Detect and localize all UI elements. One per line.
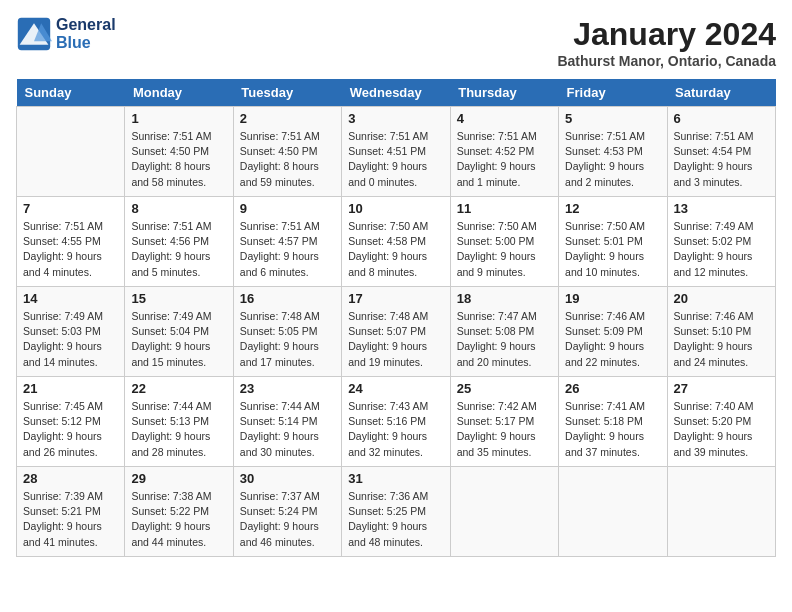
- cell-content: Sunrise: 7:47 AM Sunset: 5:08 PM Dayligh…: [457, 309, 552, 370]
- calendar-cell: 16Sunrise: 7:48 AM Sunset: 5:05 PM Dayli…: [233, 287, 341, 377]
- page-header: General Blue January 2024 Bathurst Manor…: [16, 16, 776, 69]
- calendar-cell: 27Sunrise: 7:40 AM Sunset: 5:20 PM Dayli…: [667, 377, 775, 467]
- calendar-cell: 3Sunrise: 7:51 AM Sunset: 4:51 PM Daylig…: [342, 107, 450, 197]
- calendar-cell: 7Sunrise: 7:51 AM Sunset: 4:55 PM Daylig…: [17, 197, 125, 287]
- location: Bathurst Manor, Ontario, Canada: [557, 53, 776, 69]
- cell-content: Sunrise: 7:45 AM Sunset: 5:12 PM Dayligh…: [23, 399, 118, 460]
- cell-content: Sunrise: 7:51 AM Sunset: 4:50 PM Dayligh…: [131, 129, 226, 190]
- calendar-table: SundayMondayTuesdayWednesdayThursdayFrid…: [16, 79, 776, 557]
- day-number: 1: [131, 111, 226, 126]
- cell-content: Sunrise: 7:51 AM Sunset: 4:57 PM Dayligh…: [240, 219, 335, 280]
- day-number: 12: [565, 201, 660, 216]
- day-number: 22: [131, 381, 226, 396]
- calendar-header-row: SundayMondayTuesdayWednesdayThursdayFrid…: [17, 79, 776, 107]
- day-number: 31: [348, 471, 443, 486]
- day-number: 18: [457, 291, 552, 306]
- cell-content: Sunrise: 7:51 AM Sunset: 4:50 PM Dayligh…: [240, 129, 335, 190]
- day-number: 15: [131, 291, 226, 306]
- calendar-cell: 6Sunrise: 7:51 AM Sunset: 4:54 PM Daylig…: [667, 107, 775, 197]
- cell-content: Sunrise: 7:42 AM Sunset: 5:17 PM Dayligh…: [457, 399, 552, 460]
- calendar-cell: [450, 467, 558, 557]
- day-number: 23: [240, 381, 335, 396]
- calendar-cell: 4Sunrise: 7:51 AM Sunset: 4:52 PM Daylig…: [450, 107, 558, 197]
- calendar-cell: 5Sunrise: 7:51 AM Sunset: 4:53 PM Daylig…: [559, 107, 667, 197]
- header-thursday: Thursday: [450, 79, 558, 107]
- calendar-cell: 29Sunrise: 7:38 AM Sunset: 5:22 PM Dayli…: [125, 467, 233, 557]
- day-number: 7: [23, 201, 118, 216]
- cell-content: Sunrise: 7:38 AM Sunset: 5:22 PM Dayligh…: [131, 489, 226, 550]
- calendar-cell: 28Sunrise: 7:39 AM Sunset: 5:21 PM Dayli…: [17, 467, 125, 557]
- day-number: 4: [457, 111, 552, 126]
- calendar-cell: 25Sunrise: 7:42 AM Sunset: 5:17 PM Dayli…: [450, 377, 558, 467]
- day-number: 9: [240, 201, 335, 216]
- day-number: 27: [674, 381, 769, 396]
- day-number: 14: [23, 291, 118, 306]
- cell-content: Sunrise: 7:43 AM Sunset: 5:16 PM Dayligh…: [348, 399, 443, 460]
- cell-content: Sunrise: 7:44 AM Sunset: 5:14 PM Dayligh…: [240, 399, 335, 460]
- cell-content: Sunrise: 7:51 AM Sunset: 4:55 PM Dayligh…: [23, 219, 118, 280]
- calendar-cell: 21Sunrise: 7:45 AM Sunset: 5:12 PM Dayli…: [17, 377, 125, 467]
- calendar-cell: 14Sunrise: 7:49 AM Sunset: 5:03 PM Dayli…: [17, 287, 125, 377]
- day-number: 25: [457, 381, 552, 396]
- day-number: 11: [457, 201, 552, 216]
- cell-content: Sunrise: 7:51 AM Sunset: 4:53 PM Dayligh…: [565, 129, 660, 190]
- calendar-cell: 22Sunrise: 7:44 AM Sunset: 5:13 PM Dayli…: [125, 377, 233, 467]
- cell-content: Sunrise: 7:48 AM Sunset: 5:07 PM Dayligh…: [348, 309, 443, 370]
- cell-content: Sunrise: 7:36 AM Sunset: 5:25 PM Dayligh…: [348, 489, 443, 550]
- day-number: 30: [240, 471, 335, 486]
- calendar-cell: 10Sunrise: 7:50 AM Sunset: 4:58 PM Dayli…: [342, 197, 450, 287]
- day-number: 8: [131, 201, 226, 216]
- day-number: 5: [565, 111, 660, 126]
- logo-icon: [16, 16, 52, 52]
- cell-content: Sunrise: 7:46 AM Sunset: 5:10 PM Dayligh…: [674, 309, 769, 370]
- calendar-cell: 31Sunrise: 7:36 AM Sunset: 5:25 PM Dayli…: [342, 467, 450, 557]
- calendar-cell: 8Sunrise: 7:51 AM Sunset: 4:56 PM Daylig…: [125, 197, 233, 287]
- day-number: 3: [348, 111, 443, 126]
- logo: General Blue: [16, 16, 116, 52]
- day-number: 2: [240, 111, 335, 126]
- calendar-week-row: 14Sunrise: 7:49 AM Sunset: 5:03 PM Dayli…: [17, 287, 776, 377]
- calendar-cell: 23Sunrise: 7:44 AM Sunset: 5:14 PM Dayli…: [233, 377, 341, 467]
- cell-content: Sunrise: 7:49 AM Sunset: 5:04 PM Dayligh…: [131, 309, 226, 370]
- cell-content: Sunrise: 7:39 AM Sunset: 5:21 PM Dayligh…: [23, 489, 118, 550]
- calendar-cell: 15Sunrise: 7:49 AM Sunset: 5:04 PM Dayli…: [125, 287, 233, 377]
- cell-content: Sunrise: 7:41 AM Sunset: 5:18 PM Dayligh…: [565, 399, 660, 460]
- day-number: 28: [23, 471, 118, 486]
- calendar-cell: 24Sunrise: 7:43 AM Sunset: 5:16 PM Dayli…: [342, 377, 450, 467]
- calendar-cell: 20Sunrise: 7:46 AM Sunset: 5:10 PM Dayli…: [667, 287, 775, 377]
- calendar-cell: 12Sunrise: 7:50 AM Sunset: 5:01 PM Dayli…: [559, 197, 667, 287]
- calendar-week-row: 21Sunrise: 7:45 AM Sunset: 5:12 PM Dayli…: [17, 377, 776, 467]
- logo-text: General Blue: [56, 16, 116, 51]
- day-number: 24: [348, 381, 443, 396]
- cell-content: Sunrise: 7:51 AM Sunset: 4:54 PM Dayligh…: [674, 129, 769, 190]
- calendar-cell: 1Sunrise: 7:51 AM Sunset: 4:50 PM Daylig…: [125, 107, 233, 197]
- calendar-cell: 9Sunrise: 7:51 AM Sunset: 4:57 PM Daylig…: [233, 197, 341, 287]
- cell-content: Sunrise: 7:51 AM Sunset: 4:56 PM Dayligh…: [131, 219, 226, 280]
- day-number: 17: [348, 291, 443, 306]
- day-number: 21: [23, 381, 118, 396]
- calendar-cell: 30Sunrise: 7:37 AM Sunset: 5:24 PM Dayli…: [233, 467, 341, 557]
- header-friday: Friday: [559, 79, 667, 107]
- cell-content: Sunrise: 7:50 AM Sunset: 5:01 PM Dayligh…: [565, 219, 660, 280]
- calendar-cell: 18Sunrise: 7:47 AM Sunset: 5:08 PM Dayli…: [450, 287, 558, 377]
- calendar-week-row: 28Sunrise: 7:39 AM Sunset: 5:21 PM Dayli…: [17, 467, 776, 557]
- calendar-cell: 17Sunrise: 7:48 AM Sunset: 5:07 PM Dayli…: [342, 287, 450, 377]
- title-block: January 2024 Bathurst Manor, Ontario, Ca…: [557, 16, 776, 69]
- cell-content: Sunrise: 7:51 AM Sunset: 4:51 PM Dayligh…: [348, 129, 443, 190]
- month-title: January 2024: [557, 16, 776, 53]
- day-number: 20: [674, 291, 769, 306]
- cell-content: Sunrise: 7:49 AM Sunset: 5:02 PM Dayligh…: [674, 219, 769, 280]
- day-number: 10: [348, 201, 443, 216]
- calendar-cell: [667, 467, 775, 557]
- day-number: 16: [240, 291, 335, 306]
- cell-content: Sunrise: 7:44 AM Sunset: 5:13 PM Dayligh…: [131, 399, 226, 460]
- day-number: 19: [565, 291, 660, 306]
- day-number: 26: [565, 381, 660, 396]
- header-saturday: Saturday: [667, 79, 775, 107]
- calendar-cell: 2Sunrise: 7:51 AM Sunset: 4:50 PM Daylig…: [233, 107, 341, 197]
- header-sunday: Sunday: [17, 79, 125, 107]
- header-wednesday: Wednesday: [342, 79, 450, 107]
- cell-content: Sunrise: 7:50 AM Sunset: 5:00 PM Dayligh…: [457, 219, 552, 280]
- calendar-week-row: 7Sunrise: 7:51 AM Sunset: 4:55 PM Daylig…: [17, 197, 776, 287]
- cell-content: Sunrise: 7:51 AM Sunset: 4:52 PM Dayligh…: [457, 129, 552, 190]
